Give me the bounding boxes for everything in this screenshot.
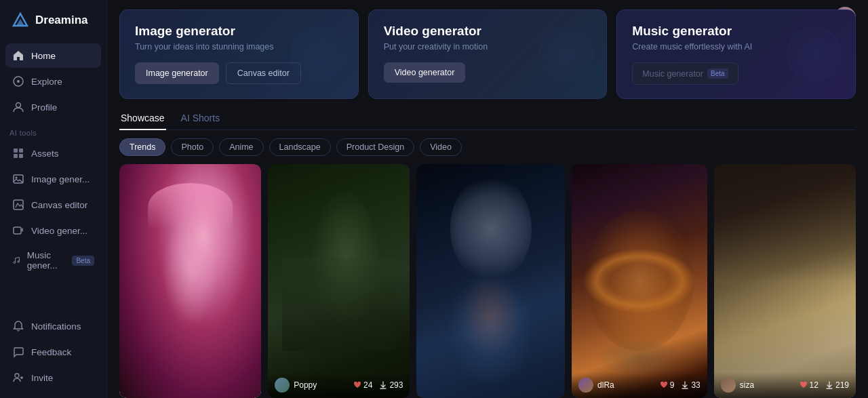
svg-point-4 <box>16 103 21 108</box>
saturn-user: dlRa <box>578 378 614 393</box>
monster-like-count: 24 <box>363 380 372 390</box>
sidebar-label-invite: Invite <box>31 373 53 383</box>
monster-downloads: 293 <box>379 380 403 390</box>
tab-ai-shorts[interactable]: AI Shorts <box>180 107 222 130</box>
image-gen-icon <box>12 173 24 185</box>
sidebar-item-canvas-editor[interactable]: Canvas editor <box>5 193 101 217</box>
sidebar-item-invite[interactable]: Invite <box>5 365 101 390</box>
sidebar-label-video-gen: Video gener... <box>31 226 87 236</box>
main-content: 0 Image generator Turn your ideas into s… <box>107 0 868 398</box>
filter-video[interactable]: Video <box>420 138 462 156</box>
hero-cards-section: Image generator Turn your ideas into stu… <box>107 0 868 107</box>
svg-point-14 <box>18 261 20 263</box>
download-icon <box>379 381 387 389</box>
fashion-user: siza <box>721 378 754 393</box>
grid-item-girl-crown[interactable] <box>119 164 261 398</box>
svg-rect-5 <box>14 148 18 153</box>
fashion-username: siza <box>740 380 754 390</box>
card-bg-decoration <box>538 27 593 81</box>
saturn-user-avatar <box>578 378 593 393</box>
filter-anime[interactable]: Anime <box>219 138 263 156</box>
app-name: Dreamina <box>35 14 87 27</box>
filter-product-design[interactable]: Product Design <box>336 138 414 156</box>
music-beta-tag: Beta <box>707 68 728 79</box>
sidebar-label-home: Home <box>31 51 56 61</box>
fashion-downloads: 219 <box>825 380 849 390</box>
monster-username: Poppy <box>294 380 317 390</box>
filter-photo[interactable]: Photo <box>171 138 214 156</box>
canvas-editor-button[interactable]: Canvas editor <box>226 62 301 84</box>
saturn-downloads: 33 <box>681 380 700 390</box>
image-grid: Poppy 24 <box>119 164 856 398</box>
assets-icon <box>12 147 24 159</box>
ai-tools-label: AI tools <box>0 119 106 141</box>
sidebar-item-notifications[interactable]: Notifications <box>5 314 101 338</box>
sidebar: Dreamina Home Explore Profile AI tools <box>0 0 107 398</box>
explore-icon <box>12 75 24 87</box>
grid-item-fashion[interactable]: siza 12 <box>714 164 856 398</box>
monster-overlay: Poppy 24 <box>268 372 410 398</box>
sidebar-nav-main: Home Explore Profile <box>0 43 106 119</box>
download-icon <box>681 381 689 389</box>
sidebar-item-assets[interactable]: Assets <box>5 141 101 165</box>
sidebar-item-feedback[interactable]: Feedback <box>5 340 101 364</box>
saturn-likes: 9 <box>660 380 675 390</box>
filter-landscape[interactable]: Landscape <box>269 138 331 156</box>
sidebar-item-image-generator[interactable]: Image gener... <box>5 167 101 191</box>
saturn-stats: 9 33 <box>660 380 701 390</box>
monster-user: Poppy <box>275 378 317 393</box>
grid-item-monster[interactable]: Poppy 24 <box>268 164 410 398</box>
card-bg-decoration <box>290 27 344 81</box>
sidebar-item-profile[interactable]: Profile <box>5 95 101 119</box>
sidebar-label-explore: Explore <box>31 77 62 87</box>
video-gen-icon <box>12 224 24 237</box>
video-gen-button[interactable]: Video generator <box>384 62 466 83</box>
image-gen-button[interactable]: Image generator <box>135 62 219 84</box>
sidebar-label-image-gen: Image gener... <box>31 174 90 184</box>
svg-rect-6 <box>19 148 23 153</box>
monster-stats: 24 293 <box>353 380 403 390</box>
monster-user-avatar <box>275 378 290 393</box>
sidebar-label-canvas: Canvas editor <box>31 200 87 210</box>
tab-showcase[interactable]: Showcase <box>119 107 166 130</box>
fashion-download-count: 219 <box>835 380 849 390</box>
showcase-tabs: Showcase AI Shorts <box>119 107 856 130</box>
filter-trends[interactable]: Trends <box>119 138 165 156</box>
svg-rect-12 <box>14 227 21 234</box>
sidebar-nav-tools: Assets Image gener... Canvas editor Vide… <box>0 141 106 277</box>
monster-likes: 24 <box>353 380 372 390</box>
saturn-username: dlRa <box>597 380 614 390</box>
profile-icon <box>12 101 24 113</box>
download-icon <box>825 381 833 389</box>
grid-item-cat-astronaut[interactable] <box>416 164 565 398</box>
sidebar-nav-bottom: Notifications Feedback Invite <box>0 314 106 398</box>
music-generator-card: Music generator Create music effortlessl… <box>616 9 856 99</box>
sidebar-label-assets: Assets <box>31 148 59 159</box>
sidebar-item-explore[interactable]: Explore <box>5 69 101 94</box>
sidebar-item-home[interactable]: Home <box>5 43 101 68</box>
svg-point-13 <box>14 262 16 264</box>
monster-download-count: 293 <box>389 380 403 390</box>
fashion-user-avatar <box>721 378 736 393</box>
feedback-icon <box>12 346 24 358</box>
sidebar-label-feedback: Feedback <box>31 347 71 357</box>
heart-icon <box>800 381 808 389</box>
music-beta-badge: Beta <box>72 256 94 266</box>
fashion-likes: 12 <box>800 380 818 390</box>
heart-icon <box>353 381 361 389</box>
invite-icon <box>12 372 24 384</box>
notifications-icon <box>12 320 24 332</box>
music-gen-button: Music generator Beta <box>632 62 738 85</box>
logo[interactable]: Dreamina <box>0 0 106 43</box>
svg-point-15 <box>15 374 19 378</box>
music-gen-icon <box>12 254 20 266</box>
grid-item-saturn[interactable]: dlRa 9 <box>572 164 707 398</box>
svg-point-3 <box>17 80 20 83</box>
card-bg-decoration <box>787 27 842 81</box>
image-generator-card: Image generator Turn your ideas into stu… <box>119 9 359 99</box>
svg-point-10 <box>16 177 18 179</box>
sidebar-item-music-generator[interactable]: Music gener... Beta <box>5 244 101 277</box>
music-gen-button-label: Music generator <box>642 69 703 79</box>
sidebar-item-video-generator[interactable]: Video gener... <box>5 218 101 243</box>
saturn-like-count: 9 <box>670 380 675 390</box>
